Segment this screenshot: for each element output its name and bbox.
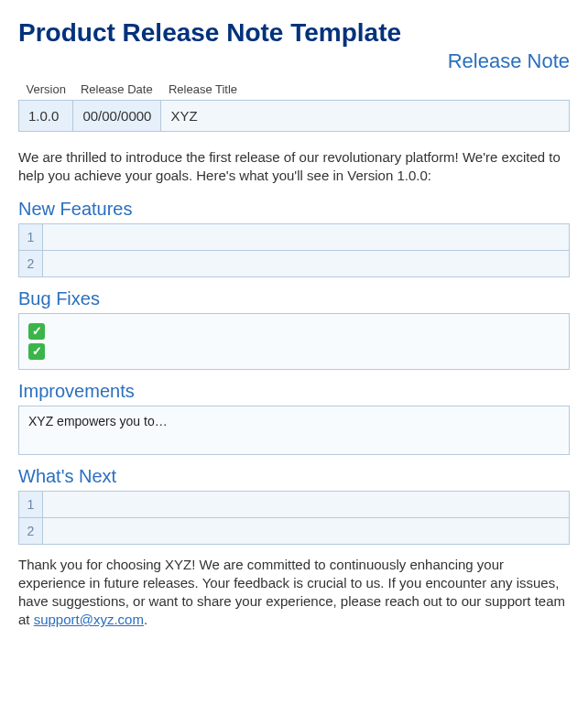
heading-whats-next: What's Next [18, 466, 570, 487]
list-item: 1 [19, 223, 570, 250]
item-number: 2 [19, 250, 43, 276]
intro-paragraph: We are thrilled to introduce the first r… [18, 148, 570, 186]
check-icon: ✓ [28, 343, 45, 360]
cell-date: 00/00/0000 [73, 101, 161, 132]
item-number: 1 [19, 223, 43, 250]
col-date: Release Date [73, 79, 161, 101]
support-email-link[interactable]: support@xyz.com [34, 612, 144, 627]
heading-new-features: New Features [18, 199, 570, 220]
page-title: Product Release Note Template [18, 18, 570, 48]
col-version: Version [19, 79, 73, 101]
heading-bug-fixes: Bug Fixes [18, 288, 570, 309]
check-icon: ✓ [28, 323, 45, 340]
heading-improvements: Improvements [18, 381, 570, 402]
closing-paragraph: Thank you for choosing XYZ! We are commi… [18, 556, 570, 630]
table-row: 1.0.0 00/00/0000 XYZ [19, 101, 570, 132]
bug-fixes-box: ✓ ✓ [18, 313, 570, 370]
cell-title: XYZ [161, 101, 570, 132]
cell-version: 1.0.0 [19, 101, 73, 132]
closing-post: . [144, 612, 147, 627]
whats-next-list: 1 2 [18, 491, 570, 545]
item-body [43, 250, 570, 276]
item-body [43, 517, 570, 544]
new-features-list: 1 2 [18, 223, 570, 277]
list-item: 2 [19, 250, 570, 276]
list-item: ✓ [28, 341, 560, 362]
page-subtitle: Release Note [18, 49, 570, 73]
version-table: Version Release Date Release Title 1.0.0… [18, 79, 570, 132]
item-number: 2 [19, 517, 43, 544]
list-item: 2 [19, 517, 570, 544]
col-title: Release Title [161, 79, 570, 101]
table-header-row: Version Release Date Release Title [19, 79, 570, 101]
improvements-text: XYZ empowers you to… [28, 414, 168, 428]
item-body [43, 491, 570, 517]
item-body [43, 223, 570, 250]
improvements-box: XYZ empowers you to… [18, 406, 570, 455]
list-item: 1 [19, 491, 570, 517]
list-item: ✓ [28, 321, 560, 341]
item-number: 1 [19, 491, 43, 517]
